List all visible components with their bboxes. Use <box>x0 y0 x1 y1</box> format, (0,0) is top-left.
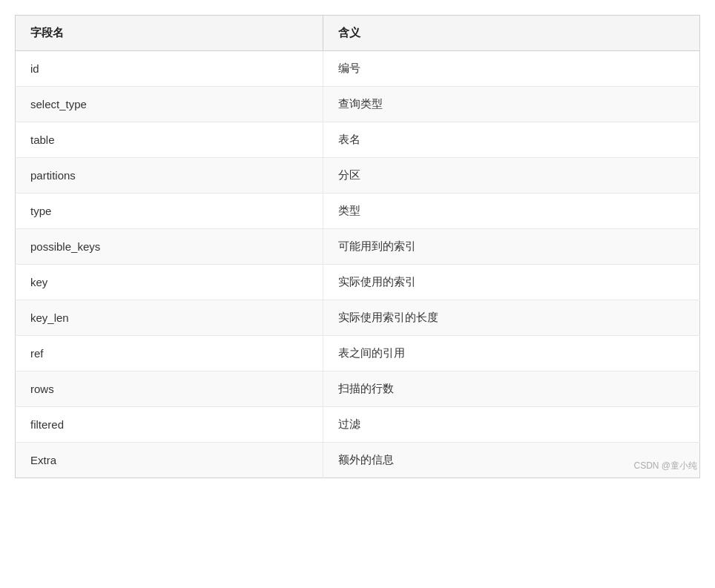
table-row: type类型 <box>16 194 700 229</box>
table-cell-field: key <box>16 265 323 300</box>
page-wrapper: 字段名 含义 id编号select_type查询类型table表名partiti… <box>15 15 700 478</box>
table-row: Extra额外的信息 <box>16 443 700 478</box>
table-cell-meaning: 实际使用的索引 <box>323 265 700 300</box>
table-cell-field: table <box>16 122 323 158</box>
col-header-field: 字段名 <box>16 16 323 51</box>
table-cell-field: type <box>16 194 323 229</box>
table-cell-field: filtered <box>16 407 323 443</box>
table-row: id编号 <box>16 51 700 87</box>
table-cell-field: id <box>16 51 323 87</box>
table-cell-meaning: 分区 <box>323 158 700 194</box>
table-cell-meaning: 表名 <box>323 122 700 158</box>
table-row: key_len实际使用索引的长度 <box>16 300 700 336</box>
table-cell-meaning: 表之间的引用 <box>323 336 700 371</box>
table-row: filtered过滤 <box>16 407 700 443</box>
table-row: table表名 <box>16 122 700 158</box>
table-row: partitions分区 <box>16 158 700 194</box>
table-cell-field: ref <box>16 336 323 371</box>
table-cell-meaning: 过滤 <box>323 407 700 443</box>
col-header-meaning: 含义 <box>323 16 700 51</box>
table-cell-meaning: 编号 <box>323 51 700 87</box>
table-cell-meaning: 可能用到的索引 <box>323 229 700 265</box>
table-row: rows扫描的行数 <box>16 371 700 407</box>
table-row: key实际使用的索引 <box>16 265 700 300</box>
watermark: CSDN @童小纯 <box>633 460 697 472</box>
table-row: select_type查询类型 <box>16 87 700 122</box>
table-cell-meaning: 扫描的行数 <box>323 371 700 407</box>
table-header-row: 字段名 含义 <box>16 16 700 51</box>
table-row: ref表之间的引用 <box>16 336 700 371</box>
table-cell-meaning: 查询类型 <box>323 87 700 122</box>
table-row: possible_keys可能用到的索引 <box>16 229 700 265</box>
explain-fields-table: 字段名 含义 id编号select_type查询类型table表名partiti… <box>15 15 700 478</box>
table-cell-field: key_len <box>16 300 323 336</box>
table-cell-meaning: 类型 <box>323 194 700 229</box>
table-cell-field: possible_keys <box>16 229 323 265</box>
table-cell-field: partitions <box>16 158 323 194</box>
table-cell-field: select_type <box>16 87 323 122</box>
table-cell-meaning: 实际使用索引的长度 <box>323 300 700 336</box>
table-cell-field: Extra <box>16 443 323 478</box>
table-cell-field: rows <box>16 371 323 407</box>
